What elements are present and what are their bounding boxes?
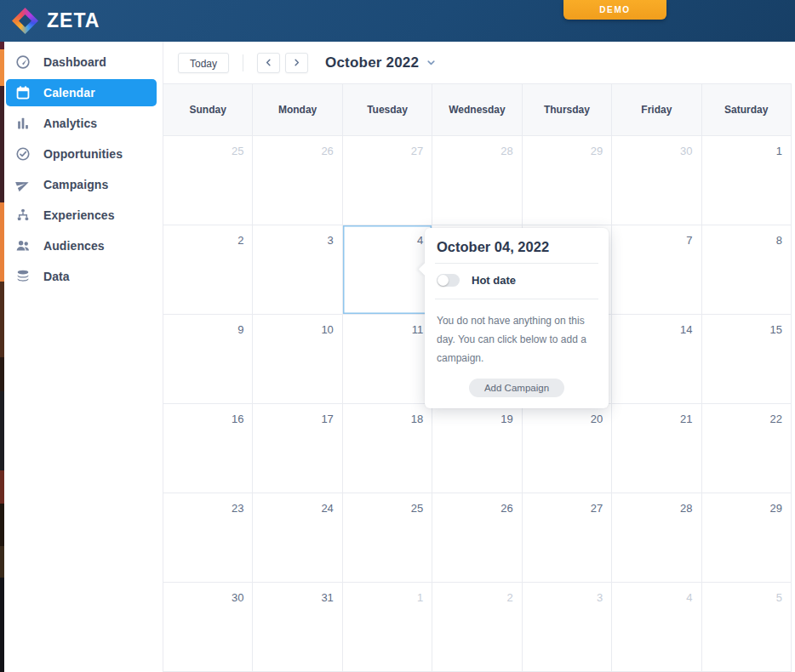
calendar-day-cell[interactable]: 3	[523, 583, 612, 672]
calendar-day-cell[interactable]: 30	[612, 136, 701, 225]
day-number: 14	[680, 323, 692, 336]
day-number: 7	[686, 234, 692, 247]
sidebar-item-opportunities[interactable]: Opportunities	[6, 140, 157, 168]
sidebar-item-experiences[interactable]: Experiences	[6, 202, 157, 229]
dashboard-gauge-icon	[15, 54, 31, 70]
calendar-day-cell[interactable]: 9	[163, 315, 253, 404]
calendar-day-cell[interactable]: 16	[163, 404, 253, 493]
zeta-logo[interactable]: ZETA	[12, 8, 100, 34]
day-number: 2	[237, 234, 243, 247]
day-number: 16	[232, 413, 243, 425]
day-header-row: SundayMondayTuesdayWednesdayThursdayFrid…	[163, 84, 792, 136]
day-number: 17	[321, 413, 333, 425]
popover-message: You do not have anything on this day. Yo…	[437, 311, 597, 367]
day-number: 27	[591, 502, 603, 515]
calendar-day-cell[interactable]: 29	[523, 136, 612, 225]
sidebar-item-calendar[interactable]: Calendar	[6, 79, 157, 106]
calendar-day-cell[interactable]: 18	[343, 404, 432, 493]
day-number: 9	[237, 323, 243, 336]
calendar-day-cell[interactable]: 21	[612, 404, 701, 493]
day-number: 15	[770, 323, 782, 336]
calendar-day-cell[interactable]: 15	[702, 315, 792, 404]
calendar-day-cell[interactable]: 20	[523, 404, 612, 493]
calendar-day-cell[interactable]: 30	[163, 583, 253, 672]
opportunities-target-icon	[15, 146, 31, 162]
day-number: 5	[776, 591, 782, 604]
next-month-button[interactable]	[285, 53, 308, 73]
day-number: 25	[411, 502, 423, 515]
campaigns-paper-plane-icon	[15, 177, 31, 192]
sidebar-item-label: Dashboard	[43, 55, 106, 69]
calendar-day-cell[interactable]: 29	[702, 493, 792, 583]
calendar-day-cell[interactable]: 2	[432, 583, 522, 672]
day-popover: October 04, 2022 Hot date You do not hav…	[425, 228, 609, 408]
day-number: 8	[776, 234, 782, 247]
calendar-day-cell[interactable]: 1	[343, 583, 432, 672]
day-number: 20	[591, 413, 603, 425]
calendar-day-cell[interactable]: 3	[253, 225, 342, 315]
prev-month-button[interactable]	[257, 53, 280, 73]
sidebar-item-label: Campaigns	[43, 178, 108, 191]
calendar-day-cell[interactable]: 26	[432, 493, 522, 583]
calendar-day-cell[interactable]: 27	[523, 493, 612, 583]
toolbar-divider	[243, 54, 243, 71]
day-number: 22	[770, 413, 782, 425]
calendar-day-cell[interactable]: 25	[343, 493, 432, 583]
calendar-day-cell[interactable]: 27	[343, 136, 432, 225]
calendar-day-cell[interactable]: 31	[253, 583, 342, 672]
calendar-day-cell[interactable]: 25	[163, 136, 253, 225]
calendar-day-cell[interactable]: 19	[432, 404, 522, 493]
sidebar-item-label: Calendar	[43, 86, 95, 100]
day-number: 1	[417, 591, 423, 604]
day-number: 18	[411, 413, 423, 425]
calendar-day-cell[interactable]: 5	[702, 583, 792, 672]
zeta-logo-icon-center	[19, 14, 31, 27]
day-header-monday: Monday	[253, 84, 342, 136]
calendar-day-cell[interactable]: 11	[343, 315, 432, 404]
calendar-day-cell[interactable]: 2	[163, 225, 253, 315]
calendar-icon	[15, 85, 31, 100]
sidebar-item-label: Analytics	[43, 117, 97, 130]
top-navbar: ZETA DEMO	[0, 0, 795, 42]
zeta-logo-icon	[12, 8, 38, 34]
calendar-day-cell[interactable]: 22	[702, 404, 792, 493]
calendar-day-cell[interactable]: 26	[253, 136, 342, 225]
toggle-knob-icon	[438, 275, 449, 286]
calendar-day-cell[interactable]: 1	[702, 136, 792, 225]
today-button[interactable]: Today	[178, 53, 229, 73]
sidebar-item-analytics[interactable]: Analytics	[6, 110, 157, 137]
month-selector[interactable]: October 2022	[325, 54, 437, 71]
main-content: Today October 2022 SundayMondayTuesdayWe…	[163, 42, 795, 672]
day-header-saturday: Saturday	[702, 84, 792, 136]
day-number: 31	[321, 591, 333, 604]
day-number: 3	[328, 234, 334, 247]
sidebar-item-data[interactable]: Data	[6, 263, 157, 290]
day-header-wednesday: Wednesday	[432, 84, 522, 136]
day-number: 11	[412, 323, 424, 336]
chevron-right-icon	[292, 58, 301, 67]
day-number: 10	[321, 323, 333, 336]
hot-date-toggle[interactable]	[437, 274, 460, 287]
audiences-people-icon	[15, 238, 31, 253]
day-number: 3	[597, 591, 603, 604]
calendar-day-cell[interactable]: 24	[253, 493, 342, 583]
day-header-sunday: Sunday	[163, 84, 253, 136]
day-number: 25	[232, 145, 243, 157]
calendar-day-cell[interactable]: 28	[612, 493, 701, 583]
day-number: 26	[321, 145, 333, 157]
calendar-day-cell[interactable]: 10	[253, 315, 342, 404]
calendar-day-cell[interactable]: 28	[432, 136, 522, 225]
calendar-day-cell[interactable]: 7	[612, 225, 701, 315]
day-number: 23	[232, 502, 243, 515]
day-number: 4	[686, 591, 692, 604]
day-number: 19	[500, 413, 512, 425]
calendar-day-cell[interactable]: 23	[163, 493, 253, 583]
calendar-day-cell[interactable]: 4	[612, 583, 701, 672]
sidebar-item-campaigns[interactable]: Campaigns	[6, 171, 157, 198]
calendar-day-cell[interactable]: 17	[253, 404, 342, 493]
calendar-day-cell[interactable]: 14	[612, 315, 701, 404]
sidebar-item-dashboard[interactable]: Dashboard	[6, 48, 157, 76]
add-campaign-button[interactable]: Add Campaign	[469, 379, 564, 397]
sidebar-item-audiences[interactable]: Audiences	[6, 232, 157, 259]
calendar-day-cell[interactable]: 8	[702, 225, 792, 315]
